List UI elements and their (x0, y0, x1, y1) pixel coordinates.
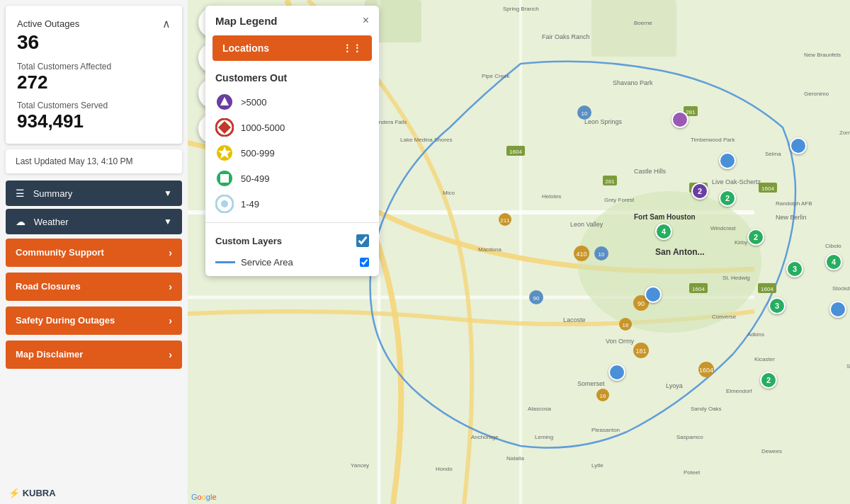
svg-text:16: 16 (600, 393, 606, 399)
svg-text:Castle Hills: Castle Hills (634, 168, 667, 175)
map-marker[interactable]: 2 (760, 372, 777, 389)
svg-text:281: 281 (686, 109, 696, 115)
svg-point-111 (221, 200, 228, 207)
svg-text:Anchorage: Anchorage (471, 434, 499, 440)
map-marker[interactable]: 4 (655, 223, 672, 240)
community-support-chevron-icon: › (169, 247, 172, 258)
total-customers-served-label: Total Customers Served (17, 101, 171, 110)
service-area-checkbox[interactable] (360, 258, 369, 267)
svg-text:Zorn: Zorn (839, 130, 850, 136)
sidebar-item-summary[interactable]: ☰ Summary ▼ (6, 181, 182, 206)
kubra-logo: ⚡ KUBRA (8, 488, 56, 498)
custom-layers-label: Custom Layers (215, 236, 282, 246)
svg-text:Helotes: Helotes (542, 193, 561, 200)
google-logo: Google (191, 493, 217, 501)
weather-chevron-icon: ▼ (164, 217, 172, 227)
legend-item-1-49: 1-49 (205, 191, 379, 217)
last-updated: Last Updated May 13, 4:10 PM (6, 149, 182, 173)
svg-text:16: 16 (623, 322, 629, 328)
svg-text:Atascosa: Atascosa (528, 406, 551, 412)
svg-text:90: 90 (533, 295, 540, 302)
map-marker[interactable]: 3 (786, 260, 803, 277)
sidebar-item-map-disclaimer[interactable]: Map Disclaimer › (6, 340, 182, 369)
svg-text:Lyoya: Lyoya (666, 382, 683, 389)
summary-chevron-icon: ▼ (164, 188, 172, 198)
svg-text:Natalia: Natalia (506, 455, 524, 462)
svg-text:Saspamco: Saspamco (676, 434, 703, 440)
svg-text:Macdona: Macdona (478, 246, 502, 253)
map-disclaimer-label: Map Disclaimer (16, 349, 83, 360)
svg-point-5 (577, 191, 761, 333)
map-marker[interactable]: 3 (769, 297, 786, 314)
service-area-line-indicator (215, 261, 235, 263)
legend-range-500-999: 500-999 (241, 148, 275, 159)
service-area-line-label: Service Area (215, 257, 293, 268)
stats-panel: Active Outages ∧ 36 Total Customers Affe… (6, 6, 182, 144)
svg-text:Cibolo: Cibolo (825, 243, 842, 249)
map-marker[interactable]: 2 (719, 190, 736, 207)
map-marker[interactable] (608, 364, 625, 381)
svg-text:Dewees: Dewees (761, 448, 782, 454)
svg-text:Selma: Selma (765, 151, 781, 157)
svg-text:Von Ormy: Von Ormy (606, 338, 635, 345)
svg-text:Live Oak-Schertz: Live Oak-Schertz (712, 178, 761, 185)
total-customers-affected-count: 272 (17, 71, 171, 93)
legend-range-1-49: 1-49 (241, 199, 259, 210)
last-updated-value: May 13, 4:10 PM (69, 156, 133, 166)
chevron-up-icon[interactable]: ∧ (162, 17, 171, 30)
map-marker[interactable] (829, 301, 846, 318)
map-marker[interactable]: 2 (747, 229, 764, 246)
svg-text:Leming: Leming (535, 434, 553, 440)
legend-title: Map Legend (215, 15, 278, 27)
sidebar-item-safety-during-outages[interactable]: Safety During Outages › (6, 307, 182, 335)
map-marker[interactable] (672, 111, 688, 128)
cloud-icon: ☁ (16, 216, 26, 227)
svg-text:Poteet: Poteet (684, 469, 701, 476)
left-panel: Active Outages ∧ 36 Total Customers Affe… (0, 0, 188, 504)
active-outages-label: Active Outages (17, 18, 79, 29)
road-closures-label: Road Closures (16, 281, 81, 292)
legend-panel: Map Legend × Locations ⋮⋮ Customers Out … (205, 6, 379, 276)
service-area-row: Service Area (205, 253, 379, 276)
sidebar-item-community-support[interactable]: Community Support › (6, 239, 182, 267)
map-marker[interactable]: 2 (691, 183, 708, 200)
svg-text:Somerset: Somerset (577, 380, 605, 387)
map-marker[interactable] (719, 152, 736, 169)
legend-item-50-499: 50-499 (205, 166, 379, 191)
svg-text:410: 410 (576, 251, 586, 258)
custom-layers-checkbox[interactable] (356, 234, 369, 247)
svg-text:90: 90 (638, 300, 645, 307)
svg-text:Yancey: Yancey (351, 462, 369, 469)
map-marker[interactable] (645, 286, 662, 303)
svg-text:Grey Forest: Grey Forest (604, 197, 635, 203)
svg-text:Windcrest: Windcrest (710, 225, 736, 231)
locations-tab[interactable]: Locations ⋮⋮ (212, 35, 372, 61)
svg-text:Lytle: Lytle (591, 462, 604, 469)
legend-item-1000-5000: 1000-5000 (205, 115, 379, 140)
map-marker[interactable] (790, 137, 807, 154)
safety-during-outages-label: Safety During Outages (16, 315, 115, 326)
svg-text:Lake Medina Shores: Lake Medina Shores (400, 137, 452, 143)
list-icon: ☰ (16, 188, 25, 199)
svg-text:Mico: Mico (443, 190, 455, 196)
sidebar-item-road-closures[interactable]: Road Closures › (6, 273, 182, 301)
map-marker[interactable]: 4 (825, 253, 842, 270)
svg-text:Fort Sam Houston: Fort Sam Houston (634, 213, 696, 221)
legend-header: Map Legend × (205, 6, 379, 35)
svg-text:Randolph AFB: Randolph AFB (776, 200, 812, 207)
svg-text:10: 10 (599, 251, 605, 258)
svg-text:Elmendorf: Elmendorf (726, 388, 752, 394)
legend-range-50-499: 50-499 (241, 173, 269, 184)
svg-text:Kirby: Kirby (735, 239, 747, 246)
summary-label: Summary (33, 188, 73, 199)
svg-text:Timberwood Park: Timberwood Park (691, 137, 735, 143)
svg-text:Geronimo: Geronimo (804, 91, 829, 97)
active-outages-count: 36 (17, 30, 171, 55)
legend-close-button[interactable]: × (363, 14, 369, 27)
legend-range-gt5000: >5000 (241, 97, 267, 108)
customers-out-title: Customers Out (205, 69, 379, 89)
svg-text:Shavano Park: Shavano Park (613, 79, 653, 86)
sidebar-item-weather[interactable]: ☁ Weather ▼ (6, 209, 182, 234)
svg-rect-109 (220, 174, 229, 183)
svg-text:Pipe Creek: Pipe Creek (482, 73, 511, 79)
